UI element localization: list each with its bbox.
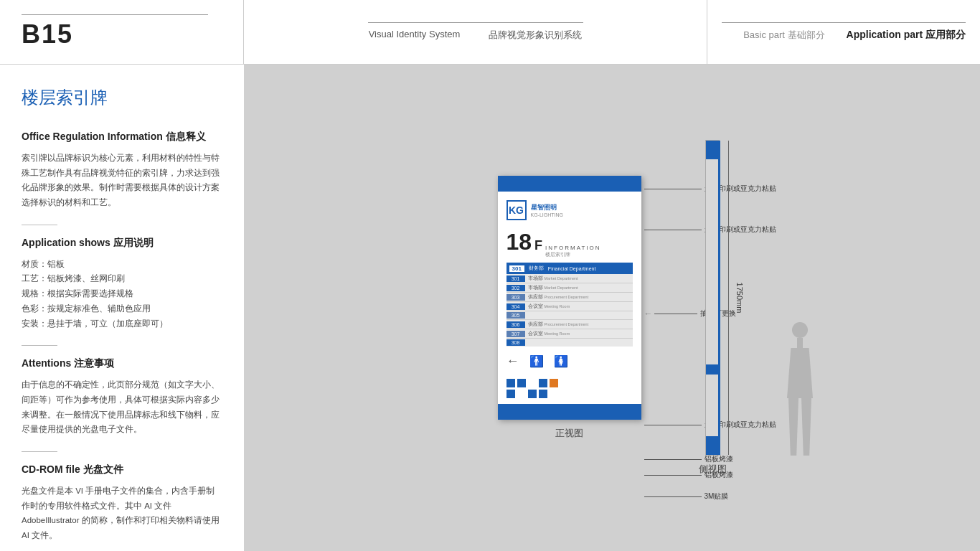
sign-bottom-icons: ← 🚹 🚺 (498, 347, 641, 376)
kg-logo-box: KG (507, 200, 527, 220)
sq2 (517, 379, 526, 387)
nav-application[interactable]: Application part 应用部分 (847, 29, 966, 42)
info-cn: 楼层索引牌 (545, 251, 600, 258)
dir-row-dept: 会议室 Meeting Room (525, 330, 570, 337)
section3-title: Attentions 注意事项 (22, 357, 222, 370)
header-center-line (368, 22, 583, 23)
right-panel: KG 星智照明 KG-LIGHTING 18 F INFORMATION 楼层索… (244, 65, 980, 551)
header-left: B15 (0, 0, 244, 64)
ann7: 3M贴膜 (644, 491, 809, 501)
header-right-line (722, 22, 966, 23)
dir-header-dept-cn: 财务部 (529, 265, 544, 272)
human-neck (797, 338, 803, 348)
floor-f: F (534, 238, 542, 253)
dir-header-num: 301 (509, 265, 524, 272)
divider1 (22, 225, 57, 225)
section3-body: 由于信息的不确定性，此页部分规范（如文字大小、间距等）可作为参考使用，具体可根据… (22, 377, 222, 437)
section4-body: 光盘文件是本 VI 手册电子文件的集合，内含手册制作时的专用软件格式文件。其中 … (22, 484, 222, 543)
sq8 (528, 390, 537, 398)
dir-row-dept: 供应部 Procurement Department (525, 293, 589, 301)
directory: 301 财务部 Financial Department 301 市场部 Mar… (507, 263, 633, 347)
dir-row-304: 304 会议室 Meeting Room (507, 302, 633, 311)
dir-row-num: 308 (507, 339, 525, 346)
human-torso (787, 348, 813, 398)
section1-body: 索引牌以品牌标识为核心元素，利用材料的特性与特殊工艺制作具有品牌视觉特征的索引牌… (22, 151, 222, 210)
section1-title: Office Regulation Information 信息释义 (22, 131, 222, 143)
sq4 (539, 379, 547, 387)
brand-logo: KG 星智照明 KG-LIGHTING (507, 200, 633, 220)
side-view-label: 侧视图 (699, 463, 727, 476)
side-view-group: 1750mm (705, 140, 720, 456)
floor-sign: KG 星智照明 KG-LIGHTING 18 F INFORMATION 楼层索… (498, 176, 641, 420)
header-line (22, 14, 208, 15)
brand-cn: 星智照明 (531, 203, 564, 212)
side-view-container: 1750mm 侧视图 (699, 140, 727, 476)
human-leg-right (801, 398, 811, 456)
dir-row-num: 301 (507, 276, 525, 282)
brand-en: KG-LIGHTING (531, 212, 564, 217)
dir-header: 301 财务部 Financial Department (507, 263, 633, 274)
s2-line2: 工艺：铝板烤漆、丝网印刷 (22, 271, 222, 286)
ruler-bracket (728, 141, 729, 455)
ann5: 铝板烤漆 (644, 454, 809, 464)
s2-line5: 安装：悬挂于墙，可立（加底座即可） (22, 316, 222, 331)
dir-row-307: 307 会议室 Meeting Room (507, 329, 633, 339)
dir-row-num: 302 (507, 285, 525, 291)
human-head (792, 322, 808, 338)
header-right: Basic part 基础部分 Application part 应用部分 (707, 0, 980, 64)
vis-label: Visual Identity System (369, 29, 461, 42)
sq9 (539, 390, 547, 398)
ann7-text: 3M贴膜 (705, 491, 729, 501)
side-sign (705, 140, 720, 456)
s2-line3: 规格：根据实际需要选择规格 (22, 286, 222, 301)
dir-row-num: 306 (507, 321, 525, 328)
human-leg-left (788, 398, 798, 456)
dir-row-dept: 市场部 Market Department (525, 275, 578, 282)
sign-top-bar (498, 176, 641, 192)
dir-row-305: 305 (507, 311, 633, 320)
side-edge-rule (716, 141, 720, 455)
section2-body: 材质：铝板 工艺：铝板烤漆、丝网印刷 规格：根据实际需要选择规格 色彩：按规定标… (22, 257, 222, 331)
ann4: 丝网印刷或亚克力粘贴 (644, 420, 809, 430)
sq1 (507, 379, 515, 387)
sign-bottom-bar (498, 404, 641, 420)
human-legs-group (788, 398, 811, 456)
floor-number: 18 (507, 230, 532, 253)
human-silhouette (787, 322, 813, 456)
ann6: 铝板烤漆 (644, 470, 809, 480)
vis-label-cn: 品牌视觉形象识别系统 (489, 29, 582, 42)
front-view-container: KG 星智照明 KG-LIGHTING 18 F INFORMATION 楼层索… (498, 176, 641, 440)
dir-row-306: 306 供应部 Procurement Department (507, 320, 633, 329)
header: B15 Visual Identity System 品牌视觉形象识别系统 Ba… (0, 0, 980, 65)
header-center: Visual Identity System 品牌视觉形象识别系统 (244, 0, 707, 64)
dir-row-num: 307 (507, 331, 525, 337)
header-right-nav: Basic part 基础部分 Application part 应用部分 (743, 29, 966, 42)
floor-info: INFORMATION 楼层索引牌 (545, 245, 600, 258)
dir-row-num: 303 (507, 294, 525, 301)
dir-row-308: 308 (507, 339, 633, 347)
dir-row-dept: 市场部 Market Department (525, 284, 578, 291)
front-view-label: 正视图 (555, 427, 583, 440)
sq3 (528, 379, 537, 387)
info-text: INFORMATION (545, 245, 600, 251)
dir-header-dept-en: Financial Department (548, 266, 596, 271)
page-title: 楼层索引牌 (22, 86, 222, 109)
dir-row-301: 301 市场部 Market Department (507, 274, 633, 283)
dir-row-num: 304 (507, 303, 525, 310)
header-right-labels: Basic part 基础部分 Application part 应用部分 (722, 22, 966, 42)
section2-title: Application shows 应用说明 (22, 237, 222, 250)
divider3 (22, 451, 57, 452)
nav-basic[interactable]: Basic part 基础部分 (743, 29, 824, 42)
dir-row-num: 305 (507, 312, 525, 319)
sq6 (507, 390, 515, 398)
floor-number-area: 18 F INFORMATION 楼层索引牌 (498, 226, 641, 263)
dir-row-dept: 供应部 Procurement Department (525, 321, 589, 328)
arrow-left-icon: ← (507, 354, 519, 369)
ann1: 丝网印刷或亚克力粘贴 (644, 184, 809, 194)
dir-row-dept: 会议室 Meeting Room (525, 303, 570, 310)
section4-title: CD-ROM file 光盘文件 (22, 463, 222, 476)
ann3: ← 抽出可更换 (644, 309, 809, 319)
ann2: 丝网印刷或亚克力粘贴 (644, 225, 809, 235)
s2-line1: 材质：铝板 (22, 257, 222, 272)
sq5 (550, 379, 558, 387)
